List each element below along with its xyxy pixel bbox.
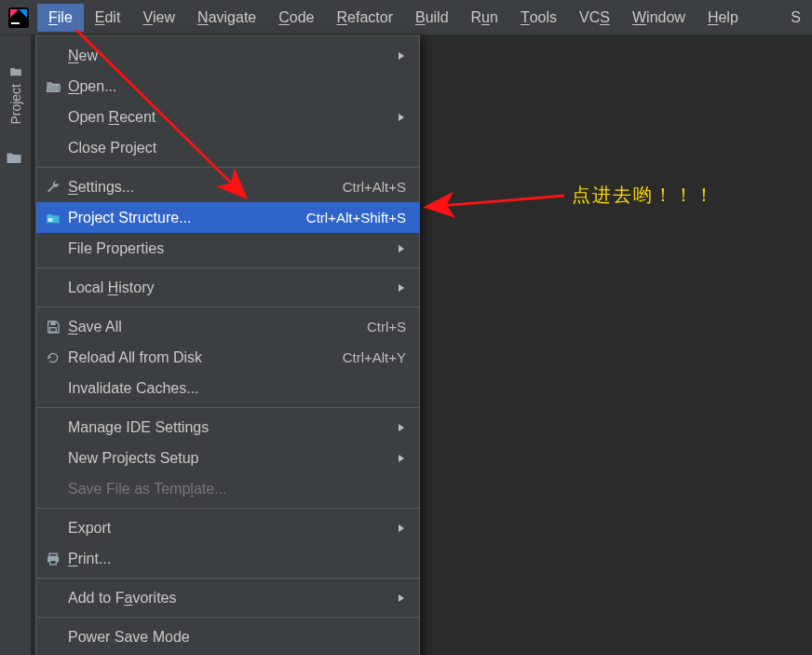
intellij-logo-icon [4,3,34,33]
menu-separator [36,578,419,579]
menu-tools[interactable]: Tools [509,4,568,32]
menu-code[interactable]: Code [267,4,325,32]
reload-icon [46,350,68,365]
menu-item-export[interactable]: Export [36,512,419,543]
svg-rect-5 [49,553,57,556]
menu-item-project-structure[interactable]: Project Structure...Ctrl+Alt+Shift+S [36,202,419,233]
menu-item-label: Project Structure... [68,210,306,226]
left-tool-strip: Project [0,35,32,655]
chevron-right-icon [393,450,406,467]
chevron-right-icon [393,109,406,126]
menu-item-reload-all-from-disk[interactable]: Reload All from DiskCtrl+Alt+Y [36,342,419,373]
menu-item-label: Open Recent [68,109,393,126]
svg-rect-7 [50,560,57,565]
menu-file[interactable]: File [37,4,84,32]
chevron-right-icon [393,280,406,296]
menu-item-shortcut: Ctrl+Alt+S [343,179,406,195]
menu-window[interactable]: Window [621,4,697,32]
menu-item-label: Power Save Mode [68,629,406,646]
save-icon [46,320,68,334]
menu-edit[interactable]: Edit [84,4,132,32]
menu-view[interactable]: View [131,4,186,32]
menu-item-label: Local History [68,280,393,296]
file-menu-dropdown: NewOpen...Open RecentClose ProjectSettin… [35,35,420,655]
menu-item-invalidate-caches[interactable]: Invalidate Caches... [36,373,419,403]
menu-separator [36,508,419,509]
menu-item-label: Reload All from Disk [68,349,343,366]
menu-separator [36,167,419,168]
menu-item-open[interactable]: Open... [36,71,419,102]
proj-icon [46,211,68,225]
svg-rect-1 [11,22,20,24]
menu-item-add-to-favorites[interactable]: Add to Favorites [36,582,419,613]
menu-build[interactable]: Build [404,4,460,32]
menu-item-local-history[interactable]: Local History [36,272,419,303]
chevron-right-icon [393,240,406,257]
menu-item-label: Settings... [68,179,343,196]
folder-icon [9,65,22,78]
menu-item-label: Invalidate Caches... [68,380,406,397]
svg-rect-4 [50,327,57,332]
menu-item-label: Manage IDE Settings [68,419,393,436]
menu-item-close-project[interactable]: Close Project [36,132,419,163]
menu-item-open-recent[interactable]: Open Recent [36,102,419,132]
menu-item-label: Export [68,520,393,537]
menu-item-label: Open... [68,78,406,95]
menu-item-label: Save All [68,319,367,335]
menu-separator [36,307,419,307]
menu-separator [36,407,419,408]
menu-item-label: File Properties [68,240,393,257]
menu-item-shortcut: Ctrl+Alt+Y [343,349,406,365]
menu-item-label: Print... [68,551,406,567]
menu-item-label: Save File as Template... [68,481,406,498]
project-tab-label: Project [8,84,23,125]
annotation-callout: 点进去哟！！！ [572,183,715,208]
project-tool-tab[interactable]: Project [5,58,27,132]
chevron-right-icon [393,520,406,537]
menu-item-power-save-mode[interactable]: Power Save Mode [36,621,419,652]
chevron-right-icon [393,590,406,607]
menu-item-label: Add to Favorites [68,590,393,607]
menu-item-new-projects-setup[interactable]: New Projects Setup [36,443,419,473]
menu-item-label: New [68,48,393,64]
menu-item-label: Close Project [68,140,406,157]
menu-item-manage-ide-settings[interactable]: Manage IDE Settings [36,412,419,443]
menu-separator [36,617,419,618]
svg-rect-3 [50,321,55,325]
svg-rect-2 [48,218,53,222]
menu-item-shortcut: Ctrl+S [367,319,406,334]
print-icon [46,552,68,566]
menu-vcs[interactable]: VCS [568,4,621,32]
menubar: FileEditViewNavigateCodeRefactorBuildRun… [0,0,812,35]
wrench-icon [46,180,68,195]
menu-item-print[interactable]: Print... [36,543,419,574]
menu-separator [36,267,419,268]
chevron-right-icon [393,419,406,436]
menu-refactor[interactable]: Refactor [325,4,403,32]
menu-item-label: New Projects Setup [68,450,393,467]
menu-item-save-file-as-template: Save File as Template... [36,473,419,504]
menu-item-file-properties[interactable]: File Properties [36,233,419,264]
menu-help[interactable]: Help [697,4,750,32]
menu-item-new[interactable]: New [36,40,419,71]
menu-item-save-all[interactable]: Save AllCtrl+S [36,311,419,342]
folder-icon [6,149,22,169]
menu-item-shortcut: Ctrl+Alt+Shift+S [306,210,406,225]
menu-navigate[interactable]: Navigate [186,4,267,32]
menu-item-settings[interactable]: Settings...Ctrl+Alt+S [36,171,419,202]
menu-run[interactable]: Run [460,4,509,32]
chevron-right-icon [393,48,406,64]
open-icon [46,79,68,94]
menu-extra[interactable]: S [779,4,812,32]
